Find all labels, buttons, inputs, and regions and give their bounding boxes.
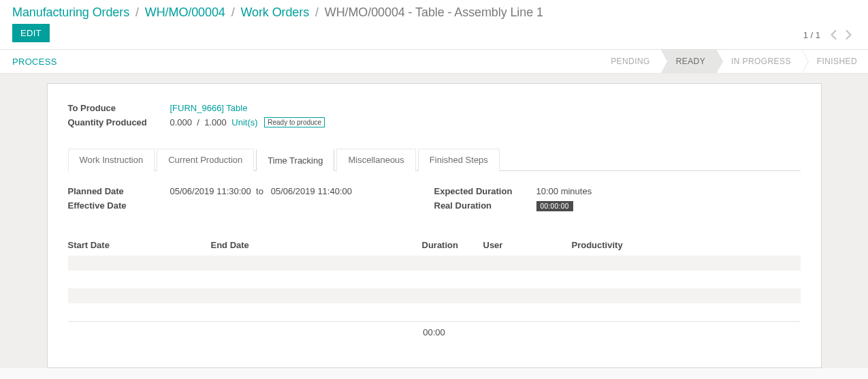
quantity-produced-label: Quantity Produced (68, 117, 170, 127)
quantity-separator: / (197, 117, 199, 127)
to-produce-label: To Produce (68, 103, 170, 113)
breadcrumb-separator: / (231, 5, 235, 19)
action-bar: PROCESS PENDINGREADYIN PROGRESSFINISHED (0, 50, 868, 74)
col-start-date: Start Date (68, 240, 211, 250)
breadcrumb-link-mo[interactable]: WH/MO/00004 (145, 5, 225, 19)
breadcrumb: Manufacturing Orders / WH/MO/00004 / Wor… (12, 5, 543, 20)
quantity-total: 1.000 (204, 117, 227, 127)
tabs: Work InstructionCurrent ProductionTime T… (68, 148, 801, 171)
col-user: User (483, 240, 572, 250)
pager-next-icon[interactable] (841, 27, 856, 42)
form-sheet: To Produce [FURN_9666] Table Quantity Pr… (47, 83, 822, 368)
table-header: Start Date End Date Duration User Produc… (68, 240, 801, 256)
breadcrumb-separator: / (135, 5, 139, 19)
pager-count: 1 / 1 (803, 30, 820, 40)
breadcrumb-current: WH/MO/00004 - Table - Assembly Line 1 (325, 5, 543, 19)
quantity-unit[interactable]: Unit(s) (231, 117, 257, 127)
tab-current-production[interactable]: Current Production (157, 149, 254, 171)
notebook: Work InstructionCurrent ProductionTime T… (68, 148, 801, 337)
planned-date-to: 05/06/2019 11:40:00 (271, 186, 352, 196)
expected-duration-label: Expected Duration (434, 186, 536, 196)
tab-finished-steps[interactable]: Finished Steps (418, 149, 500, 171)
process-button[interactable]: PROCESS (12, 50, 57, 73)
tab-time-tracking[interactable]: Time Tracking (256, 149, 334, 171)
breadcrumb-link-manufacturing-orders[interactable]: Manufacturing Orders (12, 5, 129, 19)
tab-work-instruction[interactable]: Work Instruction (68, 149, 155, 171)
expected-duration-value: 10:00 minutes (536, 186, 592, 196)
col-duration: Duration (422, 240, 483, 250)
status-step-ready[interactable]: READY (661, 50, 716, 73)
edit-button[interactable]: EDIT (12, 24, 50, 42)
planned-date-to-word: to (256, 186, 263, 196)
col-productivity: Productivity (572, 240, 801, 250)
tab-time-tracking-content: Planned Date 05/06/2019 11:30:00 to 05/0… (68, 171, 801, 337)
real-duration-label: Real Duration (434, 200, 536, 211)
status-chain: PENDINGREADYIN PROGRESSFINISHED (596, 50, 868, 73)
planned-date-from: 05/06/2019 11:30:00 (170, 186, 251, 196)
breadcrumb-separator: / (315, 5, 319, 19)
status-step-finished[interactable]: FINISHED (802, 50, 868, 73)
pager: 1 / 1 (803, 27, 856, 42)
status-step-pending[interactable]: PENDING (596, 50, 660, 73)
tab-miscellaneous[interactable]: Miscellaneous (336, 149, 415, 171)
time-tracking-table: Start Date End Date Duration User Produc… (68, 240, 801, 337)
real-duration-value[interactable]: 00:00:00 (536, 201, 573, 211)
breadcrumb-link-work-orders[interactable]: Work Orders (240, 5, 309, 19)
to-produce-value[interactable]: [FURN_9666] Table (170, 103, 248, 113)
quantity-done: 0.000 (170, 117, 193, 127)
table-footer-total: 00:00 (68, 321, 801, 337)
pager-prev-icon[interactable] (826, 27, 841, 42)
ready-to-produce-badge: Ready to produce (264, 117, 325, 127)
status-step-in-progress[interactable]: IN PROGRESS (716, 50, 802, 73)
table-row[interactable] (68, 288, 801, 303)
table-row[interactable] (68, 256, 801, 271)
col-end-date: End Date (211, 240, 422, 250)
planned-date-label: Planned Date (68, 186, 170, 196)
effective-date-label: Effective Date (68, 200, 170, 211)
